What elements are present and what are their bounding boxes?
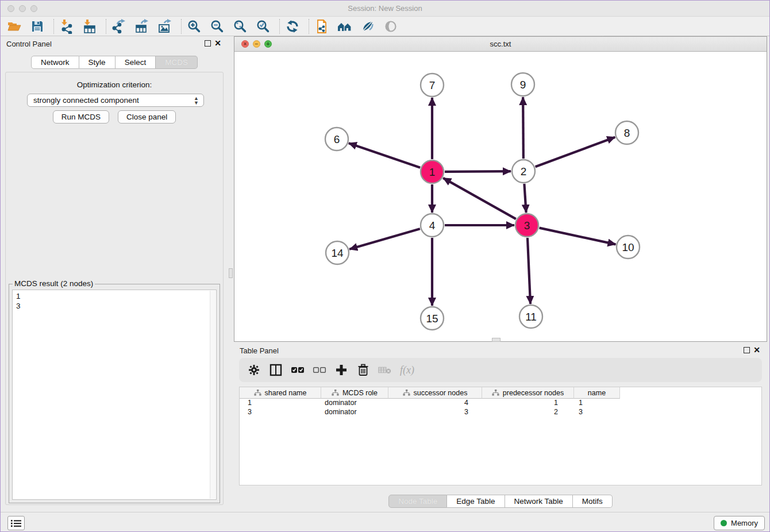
zoom-fit-icon[interactable] [232,18,248,34]
tab-motifs[interactable]: Motifs [573,495,613,508]
edge-3-11[interactable] [528,238,530,304]
graphics-details-icon[interactable] [360,18,376,34]
import-table-icon[interactable] [82,18,98,34]
table-cell[interactable]: 3 [574,408,620,417]
tab-network[interactable]: Network [31,56,79,69]
column-header-mcds-role[interactable]: MCDS role [321,387,388,399]
table-cell[interactable]: 1 [240,399,321,408]
optimization-criterion-label: Optimization criterion: [6,80,223,89]
create-column-icon[interactable] [334,363,348,377]
close-panel-icon[interactable]: ✕ [753,346,760,354]
panel-splitter-handle[interactable] [229,268,233,278]
node-3[interactable]: 3 [515,214,538,237]
run-mcds-button[interactable]: Run MCDS [53,110,109,124]
optimization-criterion-select[interactable]: strongly connected component ▲▼ [27,94,204,107]
table-cell[interactable]: 4 [388,399,482,408]
import-network-icon[interactable] [59,18,75,34]
table-cell[interactable]: 3 [388,408,482,417]
table-cell[interactable]: 1 [574,399,620,408]
node-10[interactable]: 10 [617,236,640,259]
zoom-out-icon[interactable] [209,18,225,34]
node-table: shared name MCDS role successor nodes pr… [239,387,762,485]
toolbar-separator [279,19,280,34]
network-canvas[interactable]: 7968124314101511 [234,52,767,341]
table-cell[interactable]: dominator [321,399,388,408]
mcds-result-list[interactable]: 1 3 [12,290,217,500]
tab-mcds[interactable]: MCDS [156,56,198,69]
open-session-icon[interactable] [6,18,22,34]
table-cell[interactable]: 3 [240,408,321,417]
first-neighbors-icon[interactable] [337,18,353,34]
node-11[interactable]: 11 [519,305,542,328]
select-all-columns-icon[interactable] [291,363,305,377]
node-label: 6 [334,133,340,145]
network-view-window: × − + scc.txt 7968124314101511 [234,36,767,342]
column-header-successor-nodes[interactable]: successor nodes [388,387,482,399]
show-columns-icon[interactable] [269,363,283,377]
apply-preferred-layout-icon[interactable] [284,18,301,34]
main-toolbar [1,17,769,36]
tab-edge-table[interactable]: Edge Table [447,495,505,508]
table-row[interactable]: 1dominator411 [240,399,761,408]
edge-3-10[interactable] [540,228,616,245]
network-window-titlebar: × − + scc.txt [234,37,767,52]
export-network-icon[interactable] [111,18,127,34]
table-panel-header: Table Panel ✕ [234,343,767,358]
edge-3-1[interactable] [443,178,516,219]
table-cell[interactable]: 2 [482,408,574,417]
edge-2-8[interactable] [536,137,615,167]
table-cell[interactable]: 1 [482,399,574,408]
node-14[interactable]: 14 [326,241,349,264]
node-9[interactable]: 9 [511,73,534,96]
delete-columns-icon[interactable] [356,363,370,377]
edge-1-6[interactable] [349,143,420,168]
column-header-shared-name[interactable]: shared name [240,387,321,399]
tab-node-table[interactable]: Node Table [388,495,447,508]
unselect-all-columns-icon[interactable] [313,363,326,377]
panel-splitter-handle[interactable] [492,338,500,342]
node-4[interactable]: 4 [421,214,444,237]
show-hide-icon[interactable] [383,18,399,34]
new-network-from-selection-icon[interactable] [314,18,330,34]
close-panel-button[interactable]: Close panel [118,110,176,124]
export-table-icon[interactable] [134,18,150,34]
toolbar-separator [53,19,54,34]
memory-button[interactable]: Memory [714,516,765,530]
table-cell[interactable]: dominator [321,408,388,417]
control-panel: Control Panel ✕ Network Style Select MCD… [1,36,228,511]
table-row[interactable]: 3dominator323 [240,408,761,417]
float-panel-icon[interactable] [744,347,750,353]
task-list-icon [11,519,21,527]
node-15[interactable]: 15 [421,307,444,330]
zoom-selected-icon[interactable] [255,18,271,34]
task-history-button[interactable] [7,516,25,530]
tab-style[interactable]: Style [79,56,116,69]
node-1[interactable]: 1 [421,160,444,183]
mcds-result-title: MCDS result (2 nodes) [13,279,95,288]
column-header-name[interactable]: name [574,387,620,399]
node-6[interactable]: 6 [325,128,348,151]
tab-select[interactable]: Select [116,56,156,69]
export-image-icon[interactable] [157,18,173,34]
node-2[interactable]: 2 [512,160,535,183]
node-label: 3 [524,219,530,232]
edge-2-9[interactable] [523,97,523,159]
node-7[interactable]: 7 [421,74,444,97]
tab-network-table[interactable]: Network Table [505,495,573,508]
table-options-gear-icon[interactable] [247,363,261,377]
float-panel-icon[interactable] [205,40,211,47]
zoom-in-icon[interactable] [186,18,202,34]
toolbar-separator [309,19,309,34]
column-header-predecessor-nodes[interactable]: predecessor nodes [482,387,574,399]
close-panel-icon[interactable]: ✕ [214,39,221,47]
mcds-result-scrollbar[interactable] [210,291,215,499]
node-label: 1 [429,166,436,178]
edge-1-2[interactable] [445,171,511,172]
edge-4-14[interactable] [349,229,420,249]
function-builder-icon: f(x) [400,364,414,376]
edge-2-3[interactable] [524,184,526,213]
optimization-criterion-value: strongly connected component [33,96,139,105]
node-8[interactable]: 8 [615,121,638,144]
save-session-icon[interactable] [29,18,45,34]
node-label: 2 [521,165,527,178]
